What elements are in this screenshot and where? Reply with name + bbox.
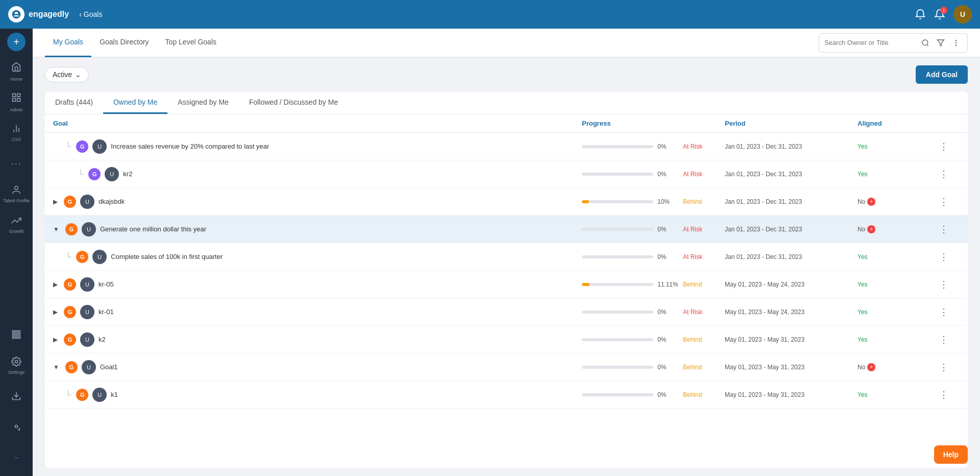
sidebar-item-more[interactable]: ··· (2, 149, 31, 178)
sidebar-item-admin[interactable]: Admin (2, 88, 31, 116)
svg-point-24 (955, 42, 956, 43)
table-row[interactable]: └GUkr2 0% At Risk Jan 01, 2023 - Dec 31,… (45, 160, 968, 188)
sidebar-item-settings[interactable]: Settings (2, 351, 31, 380)
talent-profile-icon (11, 185, 21, 196)
goal-type-icon: G (65, 223, 78, 235)
svg-rect-13 (18, 334, 20, 335)
status-dropdown[interactable]: Active ⌄ (45, 67, 89, 82)
sub-tab-drafts[interactable]: Drafts (444) (45, 92, 103, 114)
sub-tab-assigned-by-me[interactable]: Assigned by Me (167, 92, 239, 114)
table-row[interactable]: ▼GUGenerate one million dollar this year… (45, 216, 968, 243)
sidebar-item-gear2[interactable] (2, 413, 31, 441)
progress-bar-bg (582, 145, 653, 148)
notifications-button[interactable]: 1 (934, 9, 945, 20)
search-icon-button[interactable] (919, 37, 932, 49)
row-more-button[interactable]: ⋮ (939, 362, 960, 373)
brand-logo (8, 6, 24, 22)
row-more-button[interactable]: ⋮ (939, 251, 960, 263)
row-more-button[interactable]: ⋮ (939, 141, 960, 152)
sidebar-item-apps[interactable] (2, 321, 31, 349)
row-more-button[interactable]: ⋮ (939, 306, 960, 318)
aligned-no: No + (857, 198, 939, 206)
aligned-cell: Yes (857, 336, 939, 343)
progress-cell: 0% Behind (582, 364, 725, 371)
tab-goals-directory[interactable]: Goals Directory (91, 29, 157, 57)
sub-tab-owned-by-me[interactable]: Owned by Me (103, 92, 167, 114)
progress-percent: 0% (657, 143, 679, 150)
add-alignment-button[interactable]: + (867, 363, 875, 371)
table-row[interactable]: ▶GUkr-05 11.11% Behind May 01, 2023 - Ma… (45, 271, 968, 298)
goal-owner-avatar: U (105, 167, 119, 181)
expand-button[interactable]: ▶ (53, 336, 58, 343)
sub-tab-followed[interactable]: Followed / Discussed by Me (239, 92, 348, 114)
add-alignment-button[interactable]: + (867, 225, 875, 233)
table-row[interactable]: ▶GUkr-01 0% At Risk May 01, 2023 - May 2… (45, 298, 968, 326)
progress-bar-bg (582, 228, 653, 231)
add-goal-button[interactable]: Add Goal (916, 65, 968, 84)
table-row[interactable]: └GUk1 0% Behind May 01, 2023 - May 31, 2… (45, 381, 968, 409)
sidebar-add-button[interactable]: + (7, 33, 26, 51)
progress-bar-bg (582, 255, 653, 258)
expand-button[interactable]: ▶ (53, 281, 58, 288)
svg-rect-3 (13, 98, 16, 101)
cxo-label: CxO (12, 137, 21, 142)
table-row[interactable]: ▶GUdkajsbdk 10% Behind Jan 01, 2023 - De… (45, 188, 968, 216)
expand-button[interactable]: ▼ (53, 226, 59, 233)
progress-cell: 10% Behind (582, 198, 725, 205)
goal-name: kr2 (123, 170, 132, 178)
row-more-button[interactable]: ⋮ (939, 279, 960, 290)
svg-point-25 (955, 45, 956, 45)
more-options-button[interactable] (950, 37, 962, 49)
goal-name: k1 (111, 391, 118, 398)
table-row[interactable]: └GUComplete sales of 100k in first quart… (45, 243, 968, 271)
progress-percent: 11.11% (657, 281, 679, 288)
add-alignment-button[interactable]: + (867, 198, 875, 206)
goal-name: Increase sales revenue by 20% compared t… (111, 142, 269, 150)
expand-button[interactable]: ▶ (53, 308, 58, 316)
row-more-button[interactable]: ⋮ (939, 224, 960, 235)
expand-button[interactable]: ▶ (53, 198, 58, 205)
aligned-no: No + (857, 225, 939, 233)
row-more-button[interactable]: ⋮ (939, 389, 960, 400)
sidebar-item-growth[interactable]: Growth (2, 210, 31, 239)
row-more-button[interactable]: ⋮ (939, 196, 960, 207)
aligned-yes: Yes (857, 308, 868, 316)
progress-bar-fill (582, 283, 590, 286)
tab-my-goals[interactable]: My Goals (45, 29, 91, 57)
tab-top-level-goals[interactable]: Top Level Goals (157, 29, 225, 57)
goal-owner-avatar: U (82, 360, 96, 374)
table-row[interactable]: └GUIncrease sales revenue by 20% compare… (45, 133, 968, 160)
nav-back-button[interactable]: ‹ Goals (79, 10, 102, 18)
progress-cell: 0% At Risk (582, 308, 725, 316)
goals-table: └GUIncrease sales revenue by 20% compare… (45, 133, 968, 468)
period-cell: May 01, 2023 - May 31, 2023 (725, 364, 857, 371)
progress-percent: 0% (657, 364, 679, 371)
progress-bar-bg (582, 366, 653, 369)
help-button[interactable]: Help (934, 445, 968, 464)
aligned-cell: No + (857, 198, 939, 206)
top-nav: engagedly ‹ Goals 1 U (0, 0, 980, 29)
aligned-cell: Yes (857, 281, 939, 288)
table-row[interactable]: ▼GUGoal1 0% Behind May 01, 2023 - May 31… (45, 353, 968, 381)
user-avatar[interactable]: U (953, 5, 972, 23)
search-input[interactable] (824, 39, 916, 46)
svg-rect-1 (17, 93, 20, 97)
row-more-button[interactable]: ⋮ (939, 169, 960, 180)
sidebar-item-talent-profile[interactable]: Talent Profile (2, 180, 31, 208)
goal-owner-avatar: U (80, 332, 94, 347)
announcements-button[interactable] (915, 9, 926, 20)
content-area: My Goals Goals Directory Top Level Goals (33, 29, 980, 476)
status-badge: At Risk (683, 171, 702, 178)
sidebar-item-cxo[interactable]: CxO (2, 118, 31, 147)
status-badge: Behind (683, 336, 702, 343)
table-row[interactable]: ▶GUk2 0% Behind May 01, 2023 - May 31, 2… (45, 326, 968, 353)
sidebar-item-home[interactable]: Home (2, 57, 31, 86)
filter-icon-button[interactable] (935, 37, 947, 49)
expand-button[interactable]: ▼ (53, 364, 59, 371)
sidebar-engagedly-logo[interactable]: ~ (2, 443, 31, 472)
status-badge: Behind (683, 391, 702, 398)
row-more-button[interactable]: ⋮ (939, 334, 960, 345)
goal-owner-avatar: U (80, 277, 94, 292)
goal-name: kr-01 (99, 308, 114, 316)
sidebar-item-download[interactable] (2, 382, 31, 411)
